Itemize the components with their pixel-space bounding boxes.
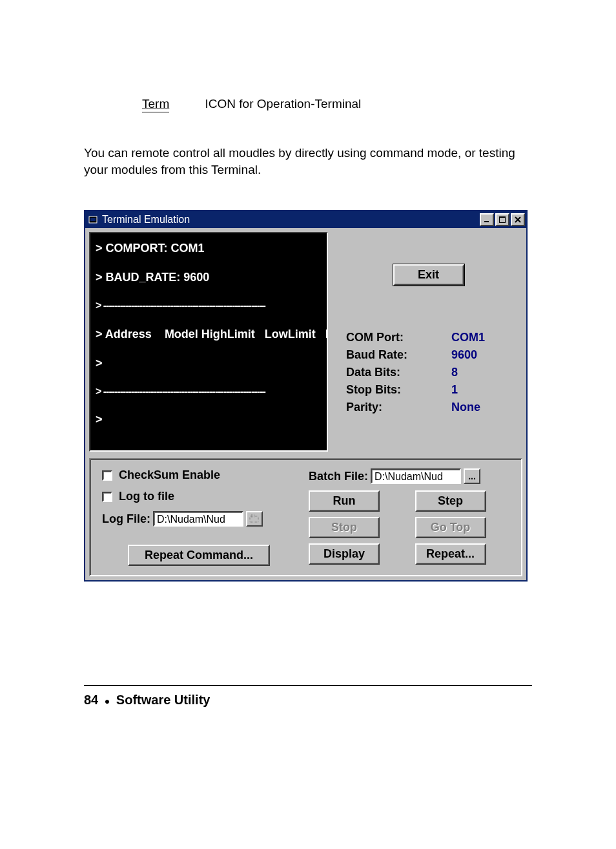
stop-button[interactable]: Stop — [309, 517, 380, 538]
parity-value: None — [451, 401, 522, 414]
footer-section: Software Utility — [116, 693, 210, 707]
terminal-emulation-window: Terminal Emulation > COMPORT: COM1 > BAU… — [84, 210, 528, 582]
svg-rect-4 — [499, 216, 506, 218]
run-button[interactable]: Run — [309, 490, 380, 512]
logfile-input[interactable]: D:\Nudam\Nud — [153, 511, 243, 527]
com-port-label: COM Port: — [346, 331, 445, 344]
term-icon-description-row: Term ICON for Operation-Terminal — [142, 97, 532, 112]
step-button[interactable]: Step — [415, 490, 486, 512]
close-button[interactable] — [511, 213, 525, 226]
display-button[interactable]: Display — [309, 543, 380, 565]
checksum-enable-row[interactable]: CheckSum Enable — [102, 468, 296, 482]
baud-rate-label: Baud Rate: — [346, 348, 445, 362]
titlebar[interactable]: Terminal Emulation — [85, 211, 526, 228]
data-bits-value: 8 — [451, 366, 522, 379]
intro-paragraph: You can remote control all moudles by di… — [84, 145, 532, 178]
svg-rect-2 — [484, 221, 489, 222]
page-footer: 84 ● Software Utility — [84, 693, 532, 708]
data-bits-label: Data Bits: — [346, 366, 445, 379]
batchfile-label: Batch File: — [309, 470, 368, 483]
svg-rect-1 — [90, 218, 96, 221]
terminal-output[interactable]: > COMPORT: COM1 > BAUD_RATE: 9600 > ----… — [89, 232, 328, 452]
batchfile-browse-button[interactable]: ... — [464, 468, 480, 484]
maximize-button[interactable] — [495, 213, 509, 226]
term-label: Term — [142, 97, 169, 112]
term-desc: ICON for Operation-Terminal — [205, 97, 362, 110]
logfile-browse-button[interactable] — [246, 511, 263, 527]
checksum-checkbox[interactable] — [102, 470, 112, 481]
logfile-label: Log File: — [102, 512, 150, 526]
com-port-value: COM1 — [451, 331, 522, 344]
app-icon — [88, 215, 98, 225]
logtofile-checkbox[interactable] — [102, 492, 112, 502]
minimize-button[interactable] — [480, 213, 494, 226]
gotop-button[interactable]: Go Top — [415, 517, 486, 538]
parity-label: Parity: — [346, 401, 445, 414]
logtofile-label: Log to file — [119, 490, 174, 503]
stop-bits-value: 1 — [451, 383, 522, 397]
batchfile-input[interactable]: D:\Nudam\Nud — [371, 468, 461, 484]
repeat-button[interactable]: Repeat... — [415, 543, 486, 565]
baud-rate-value: 9600 — [451, 348, 522, 362]
lower-control-panel: CheckSum Enable Log to file Log File: D:… — [89, 458, 522, 576]
checksum-label: CheckSum Enable — [119, 468, 220, 482]
footer-divider — [84, 685, 532, 686]
exit-button[interactable]: Exit — [393, 264, 464, 286]
page-number: 84 — [84, 693, 98, 707]
stop-bits-label: Stop Bits: — [346, 383, 445, 397]
log-to-file-row[interactable]: Log to file — [102, 490, 296, 503]
window-title: Terminal Emulation — [101, 214, 478, 225]
repeat-command-button[interactable]: Repeat Command... — [128, 545, 270, 566]
com-parameters: COM Port: COM1 Baud Rate: 9600 Data Bits… — [346, 331, 522, 414]
